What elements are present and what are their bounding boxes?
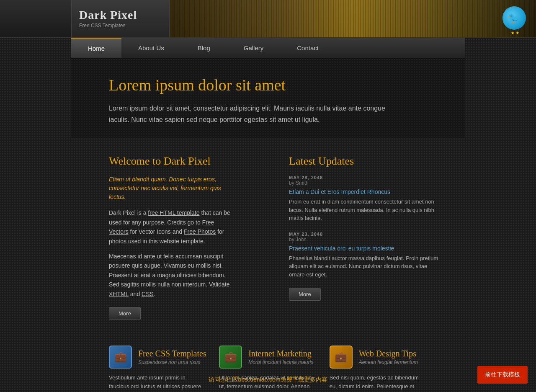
logo-title: Dark Pixel — [79, 8, 162, 22]
feature-css-desc: Vestibulum ante ipsum primis in faucibus… — [109, 374, 206, 392]
feature-marketing-titles: Internet Marketing Morbi tincidunt lacin… — [248, 349, 313, 365]
nav-contact[interactable]: Contact — [280, 38, 335, 58]
twitter-bird-icon[interactable] — [502, 6, 526, 30]
internet-marketing-icon: 💼 — [219, 346, 242, 369]
nav-about[interactable]: About Us — [121, 38, 181, 58]
latest-more-button[interactable]: More — [289, 288, 321, 301]
web-design-icon: 💼 — [330, 346, 353, 369]
feature-marketing-subtitle: Morbi tincidunt lacinia mauris — [248, 359, 313, 365]
feature-design-titles: Web Design Tips Aenean feugiat fermentum — [359, 349, 418, 365]
css-templates-icon: 💼 — [109, 346, 132, 369]
twitter-stars: ★ ★ — [502, 31, 528, 35]
main-content: Welcome to Dark Pixel Etiam ut blandit q… — [71, 138, 465, 337]
logo-subtitle: Free CSS Templates — [79, 23, 162, 28]
xhtml-link[interactable]: XHTML — [109, 291, 129, 297]
welcome-more-button[interactable]: More — [109, 307, 141, 320]
welcome-p1-mid2: for Vector Icons and — [129, 228, 184, 235]
update-link-1[interactable]: Etiam a Dui et Eros Imperdiet Rhoncus — [289, 188, 444, 195]
feature-design-desc: Sed nisi quam, egestas ac bibendum eu, d… — [330, 374, 427, 392]
feature-css-subtitle: Suspendisse non urna risus — [138, 359, 206, 365]
feature-marketing-title: Internet Marketing — [248, 349, 313, 358]
welcome-paragraph2: Maecenas id ante ut felis accumsan susci… — [109, 252, 234, 299]
navigation: Home About Us Blog Gallery Contact — [71, 38, 465, 59]
nav-home[interactable]: Home — [71, 38, 121, 58]
feature-marketing: 💼 Internet Marketing Morbi tincidunt lac… — [219, 346, 317, 392]
left-column: Welcome to Dark Pixel Etiam ut blandit q… — [71, 151, 272, 324]
welcome-title: Welcome to Dark Pixel — [109, 155, 234, 168]
features-section: 💼 Free CSS Templates Suspendisse non urn… — [71, 337, 465, 392]
feature-css-title: Free CSS Templates — [138, 349, 206, 358]
twitter-icon[interactable]: ★ ★ — [502, 6, 528, 31]
welcome-paragraph1: Dark Pixel is a free HTML template that … — [109, 208, 234, 246]
feature-css-titles: Free CSS Templates Suspendisse non urna … — [138, 349, 206, 365]
welcome-p2-post: . — [154, 291, 155, 297]
logo-box: Dark Pixel Free CSS Templates — [71, 0, 170, 37]
hero-title: Lorem ipsum dolor sit amet — [109, 76, 427, 94]
header: Dark Pixel Free CSS Templates ★ ★ — [0, 0, 536, 38]
latest-updates-title: Latest Updates — [289, 155, 444, 168]
update-author-2: by John — [289, 237, 444, 242]
welcome-p2-and: and — [129, 291, 142, 297]
feature-css-header: 💼 Free CSS Templates Suspendisse non urn… — [109, 346, 206, 369]
feature-design-header: 💼 Web Design Tips Aenean feugiat ferment… — [330, 346, 427, 369]
header-image — [170, 0, 536, 37]
update-item-2: MAY 23, 2048 by John Praesent vehicula o… — [289, 232, 444, 279]
hero-text: Lorem ipsum dolor sit amet, consectetur … — [109, 103, 394, 125]
nav-gallery[interactable]: Gallery — [227, 38, 281, 58]
nav-blog[interactable]: Blog — [181, 38, 227, 58]
feature-design: 💼 Web Design Tips Aenean feugiat ferment… — [330, 346, 427, 392]
css-link[interactable]: CSS — [142, 291, 154, 297]
hero-section: Lorem ipsum dolor sit amet Lorem ipsum d… — [71, 59, 465, 138]
feature-marketing-desc: Ut lorem sapien, sodales ut sollicitudin… — [219, 374, 317, 392]
welcome-italic: Etiam ut blandit quam. Donec turpis eros… — [109, 175, 234, 201]
update-date-2: MAY 23, 2048 — [289, 232, 444, 237]
right-column: Latest Updates MAY 28, 2048 by Smith Eti… — [272, 151, 465, 324]
feature-css: 💼 Free CSS Templates Suspendisse non urn… — [109, 346, 206, 392]
feature-design-subtitle: Aenean feugiat fermentum — [359, 359, 418, 365]
feature-design-title: Web Design Tips — [359, 349, 418, 358]
free-html-template-link[interactable]: free HTML template — [148, 209, 199, 216]
welcome-p1-pre: Dark Pixel is a — [109, 209, 148, 216]
update-desc-2: Phasellus blandit auctor massa dapibus f… — [289, 254, 444, 279]
update-item-1: MAY 28, 2048 by Smith Etiam a Dui et Ero… — [289, 175, 444, 222]
update-link-2[interactable]: Praesent vehicula orci eu turpis molesti… — [289, 245, 444, 252]
update-desc-1: Proin eu erat in diam condimentum consec… — [289, 198, 444, 222]
download-button[interactable]: 前往下载模板 — [477, 366, 528, 384]
update-author-1: by Smith — [289, 180, 444, 186]
update-date-1: MAY 28, 2048 — [289, 175, 444, 180]
feature-marketing-header: 💼 Internet Marketing Morbi tincidunt lac… — [219, 346, 317, 369]
welcome-p2-text: Maecenas id ante ut felis accumsan susci… — [109, 253, 229, 288]
free-photos-link[interactable]: Free Photos — [184, 228, 216, 235]
